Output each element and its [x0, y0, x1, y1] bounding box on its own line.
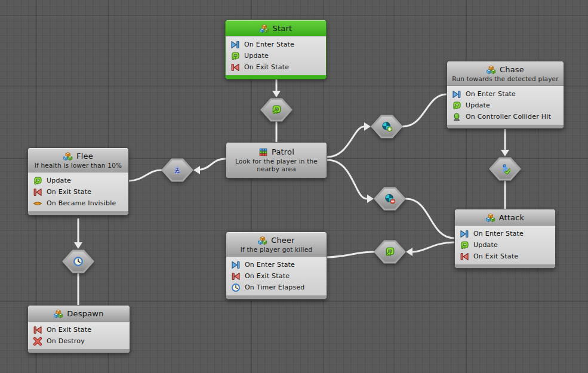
transition-t2-trigger-enter[interactable] [370, 113, 404, 140]
trigger-exit-icon [384, 193, 395, 204]
state-icon [63, 152, 73, 161]
edge-chase-t5 [501, 128, 509, 156]
node-title-row: Chase [451, 64, 560, 75]
timer-icon [73, 256, 84, 267]
transition-icon-wrap [373, 239, 407, 265]
node-footer [455, 264, 555, 268]
edge-flee-t7 [74, 219, 82, 249]
node-title: Despawn [67, 309, 103, 319]
transition-t6-update[interactable] [373, 239, 407, 265]
node-title: Flee [76, 151, 93, 161]
state-node-flee[interactable]: FleeIf health is lower than 10%UpdateOn … [27, 147, 129, 215]
event-row: On Enter State [460, 228, 550, 239]
edge-patrol-t2 [327, 122, 371, 157]
update-icon [271, 104, 282, 115]
state-icon [260, 24, 269, 33]
node-header: PatrolLook for the player in the nearby … [226, 143, 327, 178]
node-title-row: Flee [32, 151, 125, 161]
state-icon [258, 236, 267, 245]
state-node-despawn[interactable]: DespawnOn Exit StateOn Destroy [27, 305, 130, 353]
node-title-row: Patrol [230, 147, 323, 157]
state-icon [487, 65, 496, 75]
transition-t5-character-check[interactable] [488, 156, 522, 182]
node-title: Cheer [271, 235, 295, 245]
state-node-patrol[interactable]: PatrolLook for the player in the nearby … [226, 142, 327, 178]
transition-t4-trigger-exit[interactable] [373, 186, 407, 212]
event-row: On Exit State [230, 61, 321, 73]
node-footer [447, 125, 564, 128]
event-row: On Exit State [33, 324, 125, 335]
node-title-row: Attack [458, 212, 552, 223]
state-node-chase[interactable]: ChaseRun towards the detected playerOn E… [447, 61, 564, 129]
node-body: On Enter StateOn Exit StateOn Timer Elap… [226, 256, 327, 295]
node-header: FleeIf health is lower than 10% [28, 148, 128, 172]
event-label: On Exit State [47, 188, 91, 196]
event-row: On Timer Elapsed [231, 282, 322, 293]
node-body: On Exit StateOn Destroy [28, 321, 130, 349]
edge-t3-flee [129, 170, 161, 181]
state-node-attack[interactable]: AttackOn Enter StateUpdateOn Exit State [454, 209, 556, 269]
state-machine-icon [258, 147, 268, 157]
edge-patrol-t4 [327, 160, 374, 203]
node-header: ChaseRun towards the detected player [447, 61, 564, 85]
event-row: On Enter State [230, 39, 321, 50]
edge-t6-cheer [327, 252, 374, 257]
edge-patrol-t3 [193, 159, 226, 174]
timer-icon [231, 283, 241, 292]
event-label: On Enter State [245, 261, 295, 269]
event-label: On Controller Collider Hit [466, 113, 551, 121]
event-row: On Enter State [231, 259, 322, 270]
node-footer [28, 211, 128, 215]
state-node-cheer[interactable]: CheerIf the player got killedOn Enter St… [226, 232, 327, 300]
node-body: On Enter StateUpdateOn Exit State [455, 225, 555, 264]
node-body: On Enter StateUpdateOn Controller Collid… [447, 85, 564, 125]
enter-state-icon [231, 260, 241, 270]
enter-state-icon [452, 90, 461, 99]
node-subtitle: Run towards the detected player [451, 75, 560, 83]
node-footer [28, 349, 130, 353]
node-title-row: Start [229, 23, 322, 33]
node-body: UpdateOn Exit StateOn Became Invisible [28, 172, 128, 211]
exit-state-icon [460, 252, 469, 261]
update-icon [452, 101, 461, 110]
node-subtitle: Look for the player in the nearby area [230, 158, 323, 173]
event-label: Update [466, 101, 490, 109]
trigger-enter-icon [381, 121, 392, 132]
state-icon [54, 309, 63, 319]
update-icon [33, 176, 42, 186]
event-row: Update [33, 175, 124, 186]
event-label: On Exit State [244, 63, 289, 71]
transition-t3-particle[interactable] [161, 157, 194, 183]
node-title: Patrol [272, 147, 294, 157]
node-header: Attack [455, 209, 555, 225]
event-row: On Exit State [33, 186, 124, 198]
event-label: On Destroy [47, 337, 85, 345]
state-graph-canvas[interactable]: StartOn Enter StateUpdateOn Exit StateCh… [0, 0, 588, 373]
particle-icon [172, 165, 183, 175]
node-header: Despawn [28, 306, 130, 321]
node-header: CheerIf the player got killed [226, 232, 327, 256]
enter-state-icon [460, 229, 469, 239]
edge-start-t1 [272, 78, 281, 97]
transition-t1-update[interactable] [260, 97, 293, 123]
state-node-start[interactable]: StartOn Enter StateUpdateOn Exit State [225, 20, 327, 79]
event-label: Update [473, 241, 498, 249]
update-icon [460, 241, 469, 250]
event-row: On Destroy [33, 335, 125, 347]
became-invisible-icon [33, 199, 42, 208]
state-icon [486, 213, 495, 223]
edge-t2-chase [403, 94, 447, 127]
node-title-row: Cheer [230, 235, 323, 245]
event-label: On Exit State [473, 252, 518, 260]
event-row: On Enter State [452, 88, 559, 100]
transition-t7-timer[interactable] [61, 248, 95, 275]
node-header: Start [226, 20, 326, 36]
event-label: Update [244, 52, 269, 60]
exit-state-icon [230, 63, 240, 72]
node-footer [226, 75, 326, 79]
enter-state-icon [230, 40, 240, 50]
transition-icon-wrap [161, 157, 194, 183]
transition-icon-wrap [488, 156, 522, 182]
node-subtitle: If the player got killed [230, 246, 323, 254]
event-label: On Timer Elapsed [245, 283, 304, 291]
